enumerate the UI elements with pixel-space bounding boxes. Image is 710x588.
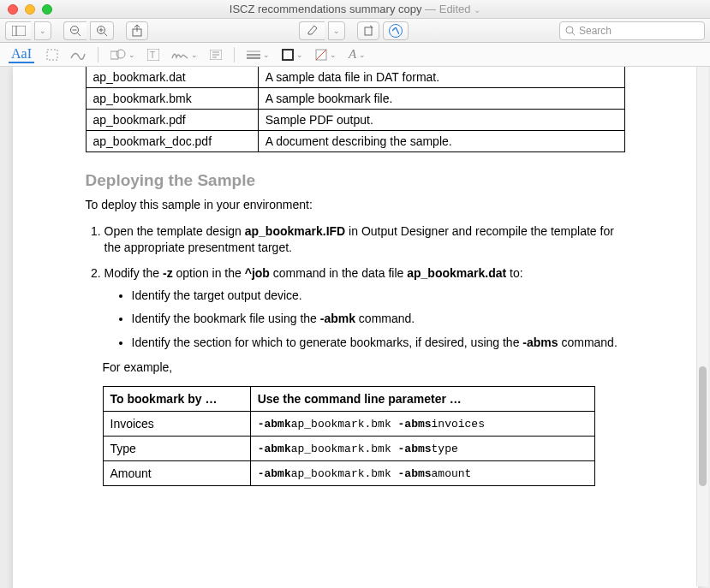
shapes-button[interactable]: ⌄ xyxy=(110,49,135,61)
sidebar-icon xyxy=(12,26,26,36)
svg-rect-15 xyxy=(47,50,57,60)
title-dropdown-icon[interactable]: ⌄ xyxy=(474,5,480,15)
edited-status: — Edited xyxy=(425,3,470,15)
file-desc-cell: A document describing the sample. xyxy=(258,131,624,152)
table-row: Invoices -abmkap_bookmark.bmk -abmsinvoi… xyxy=(103,412,594,437)
svg-line-3 xyxy=(78,33,81,36)
fill-icon xyxy=(315,49,327,61)
svg-rect-12 xyxy=(365,27,372,35)
sign-button[interactable]: ⌄ xyxy=(171,50,198,60)
format-toolbar: AaI ⌄ T ⌄ ⌄ ⌄ ⌄ A ⌄ xyxy=(0,43,710,67)
table-row: ap_bookmark.pdf Sample PDF output. xyxy=(86,110,624,131)
highlight-button[interactable] xyxy=(299,21,325,40)
textbox-icon: T xyxy=(147,49,159,61)
search-placeholder: Search xyxy=(579,25,612,37)
step-item: Open the template design ap_bookmark.IFD… xyxy=(104,223,625,257)
minimize-window-button[interactable] xyxy=(25,4,35,15)
cmd-key: Type xyxy=(103,437,250,461)
close-window-button[interactable] xyxy=(8,4,18,15)
cmd-head-left: To bookmark by … xyxy=(103,387,250,412)
step-item: Modify the -z option in the ^job command… xyxy=(104,265,625,351)
table-row: ap_bookmark_doc.pdf A document describin… xyxy=(86,131,624,152)
markup-button[interactable] xyxy=(383,21,409,40)
svg-marker-11 xyxy=(308,26,317,34)
vertical-scrollbar[interactable] xyxy=(696,67,708,586)
border-color-button[interactable]: ⌄ xyxy=(282,49,303,61)
svg-rect-27 xyxy=(283,50,293,60)
table-row: ap_bookmark.bmk A sample bookmark file. xyxy=(86,88,624,110)
search-icon xyxy=(565,26,576,36)
note-button[interactable] xyxy=(210,50,222,60)
zoom-in-icon xyxy=(96,25,108,37)
border-icon xyxy=(282,49,294,61)
document-viewport[interactable]: ap_bookmark.dat A sample data file in DA… xyxy=(0,67,710,588)
zoom-out-button[interactable] xyxy=(63,21,87,40)
selection-tool-button[interactable] xyxy=(46,49,58,61)
cmd-head-right: Use the command line parameter … xyxy=(250,387,594,412)
document-title: ISCZ recommendations summary copy xyxy=(230,3,422,15)
markup-icon xyxy=(389,24,403,38)
list-item: Identify the target output device. xyxy=(132,288,625,305)
svg-line-14 xyxy=(572,33,575,35)
file-name-cell: ap_bookmark.pdf xyxy=(86,110,258,131)
font-button[interactable]: A ⌄ xyxy=(349,47,366,62)
cmd-value: -abmkap_bookmark.bmk -abmsamount xyxy=(250,461,594,486)
search-field[interactable]: Search xyxy=(559,21,705,40)
files-table: ap_bookmark.dat A sample data file in DA… xyxy=(86,67,625,152)
steps-list: Open the template design ap_bookmark.IFD… xyxy=(86,223,625,352)
highlighter-icon xyxy=(307,26,319,36)
section-heading: Deploying the Sample xyxy=(86,171,625,190)
rotate-button[interactable] xyxy=(357,21,379,40)
file-desc-cell: A sample bookmark file. xyxy=(258,88,624,110)
svg-rect-0 xyxy=(12,26,26,36)
command-table: To bookmark by … Use the command line pa… xyxy=(103,386,595,486)
sub-bullets: Identify the target output device. Ident… xyxy=(118,288,625,352)
file-desc-cell: A sample data file in DAT format. xyxy=(258,67,624,88)
file-desc-cell: Sample PDF output. xyxy=(258,110,624,131)
file-name-cell: ap_bookmark.bmk xyxy=(86,88,258,110)
zoom-out-icon xyxy=(69,25,81,37)
signature-icon xyxy=(171,50,188,60)
table-row: Amount -abmkap_bookmark.bmk -abmsamount xyxy=(103,461,594,486)
line-style-button[interactable]: ⌄ xyxy=(247,50,270,59)
file-name-cell: ap_bookmark.dat xyxy=(86,67,258,88)
traffic-lights xyxy=(8,4,52,15)
fill-color-button[interactable]: ⌄ xyxy=(315,49,337,61)
share-button[interactable] xyxy=(126,21,148,40)
scroll-thumb[interactable] xyxy=(699,366,707,486)
cmd-value: -abmkap_bookmark.bmk -abmsinvoices xyxy=(250,412,594,437)
svg-point-13 xyxy=(566,27,573,33)
list-item: Identify the section for which to genera… xyxy=(132,335,625,352)
example-label: For example, xyxy=(103,359,625,376)
rotate-icon xyxy=(363,25,373,36)
window-title: ISCZ recommendations summary copy — Edit… xyxy=(0,3,710,15)
selection-icon xyxy=(46,49,58,61)
font-a-icon: A xyxy=(349,47,356,62)
zoom-in-button[interactable] xyxy=(90,21,114,40)
share-icon xyxy=(132,25,142,37)
svg-line-6 xyxy=(104,33,108,36)
sketch-icon xyxy=(70,50,86,60)
highlight-dropdown[interactable]: ⌄ xyxy=(328,21,345,40)
text-box-button[interactable]: T xyxy=(147,49,159,61)
list-item: Identify the bookmark file using the -ab… xyxy=(132,311,625,328)
text-style-button[interactable]: AaI xyxy=(9,46,34,63)
lines-icon xyxy=(247,50,260,59)
sketch-tool-button[interactable] xyxy=(70,50,86,60)
view-mode-dropdown[interactable]: ⌄ xyxy=(34,21,51,40)
page: ap_bookmark.dat A sample data file in DA… xyxy=(13,67,698,588)
maximize-window-button[interactable] xyxy=(42,4,52,15)
view-mode-button[interactable] xyxy=(5,21,31,40)
main-toolbar: ⌄ ⌄ Search xyxy=(0,19,710,43)
cmd-key: Invoices xyxy=(103,412,250,437)
intro-paragraph: To deploy this sample in your environmen… xyxy=(86,197,625,213)
cmd-key: Amount xyxy=(103,461,250,486)
shapes-icon xyxy=(110,49,126,61)
table-header-row: To bookmark by … Use the command line pa… xyxy=(103,387,594,412)
file-name-cell: ap_bookmark_doc.pdf xyxy=(86,131,258,152)
note-icon xyxy=(210,50,222,60)
table-row: ap_bookmark.dat A sample data file in DA… xyxy=(86,67,624,88)
cmd-value: -abmkap_bookmark.bmk -abmstype xyxy=(250,437,594,461)
svg-text:T: T xyxy=(150,50,155,60)
table-row: Type -abmkap_bookmark.bmk -abmstype xyxy=(103,437,594,461)
